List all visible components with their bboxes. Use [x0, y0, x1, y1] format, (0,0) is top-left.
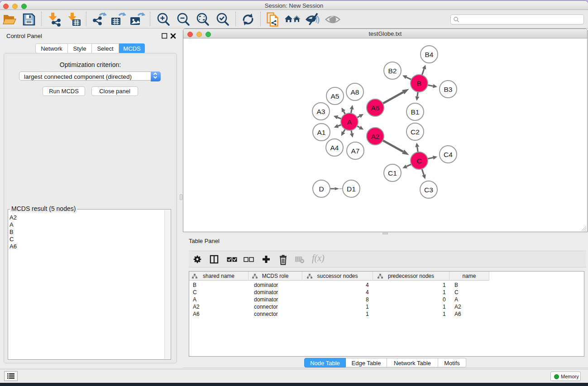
svg-text:A7: A7 [351, 147, 360, 155]
svg-text:C3: C3 [424, 186, 433, 194]
svg-text:C4: C4 [444, 151, 453, 158]
svg-text:A: A [347, 118, 352, 126]
svg-text:C2: C2 [411, 128, 420, 136]
svg-text:A5: A5 [331, 92, 339, 100]
svg-text:B2: B2 [388, 67, 397, 75]
svg-text:C: C [416, 157, 421, 165]
svg-text:D: D [319, 185, 324, 193]
svg-text:D1: D1 [347, 185, 356, 193]
svg-text:C1: C1 [388, 169, 397, 177]
svg-text:A2: A2 [371, 133, 380, 140]
svg-text:B4: B4 [425, 51, 434, 58]
svg-text:A6: A6 [371, 104, 380, 112]
svg-text:A4: A4 [330, 144, 339, 152]
svg-text:B: B [417, 80, 421, 87]
svg-text:A8: A8 [351, 88, 359, 96]
svg-text:B3: B3 [444, 86, 453, 93]
svg-text:B1: B1 [411, 108, 420, 116]
svg-text:A1: A1 [317, 129, 326, 136]
svg-text:A3: A3 [317, 108, 325, 115]
